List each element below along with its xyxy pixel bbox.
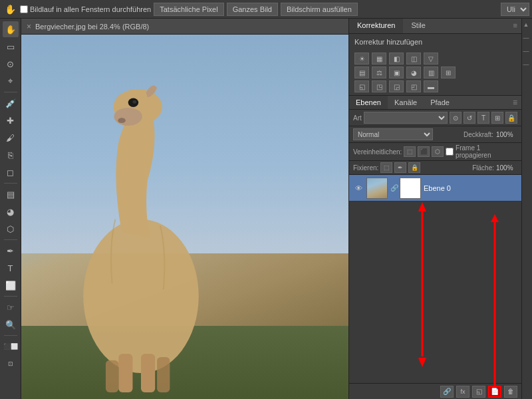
hue-icon[interactable]: ▤ bbox=[354, 66, 369, 78]
hand-tool-icon[interactable]: ✋ bbox=[3, 2, 17, 17]
eraser-tool[interactable]: ◻ bbox=[3, 164, 19, 180]
crop-tool[interactable]: ⌖ bbox=[3, 73, 19, 89]
layer-visibility-icon[interactable]: 👁 bbox=[353, 183, 364, 194]
quick-mask-tool[interactable]: ⊡ bbox=[3, 356, 19, 372]
lasso-tool[interactable]: ⊙ bbox=[3, 56, 19, 72]
fix-btn3[interactable]: 🔒 bbox=[408, 162, 420, 173]
exposure-icon[interactable]: ◫ bbox=[406, 53, 421, 65]
shape-tool[interactable]: ⬜ bbox=[3, 277, 19, 293]
tab-close-button[interactable]: × bbox=[27, 22, 31, 31]
fit-image-button[interactable]: Ganzes Bild bbox=[227, 3, 278, 16]
hand-nav-tool[interactable]: ☞ bbox=[3, 299, 19, 315]
layers-tab[interactable]: Ebenen bbox=[349, 96, 388, 109]
dodge-tool[interactable]: ⬡ bbox=[3, 221, 19, 237]
channel-mix-icon[interactable]: ▥ bbox=[424, 66, 438, 78]
right-mini-icons: ▲ — — — bbox=[521, 19, 532, 399]
combine-btn1[interactable]: ⬚ bbox=[404, 146, 416, 157]
combine-btn2[interactable]: ⬛ bbox=[418, 146, 430, 157]
combine-row: Vereinheitlichen: ⬚ ⬛ ⬡ Frame 1 propagie… bbox=[349, 143, 521, 161]
delete-layer-icon[interactable]: 🗑 bbox=[504, 386, 517, 398]
layer-filter-btn5[interactable]: 🔒 bbox=[505, 112, 517, 124]
canvas-tab: × Bergviecher.jpg bei 28.4% (RGB/8) bbox=[21, 19, 348, 35]
channels-tab[interactable]: Kanäle bbox=[388, 96, 424, 109]
frame-propagate-checkbox[interactable] bbox=[446, 148, 454, 156]
fix-btn2[interactable]: ✒ bbox=[394, 162, 406, 173]
heal-tool[interactable]: ✚ bbox=[3, 112, 19, 128]
canvas-content[interactable] bbox=[21, 35, 348, 399]
mask-icon[interactable]: ◱ bbox=[472, 386, 485, 398]
threshold-icon[interactable]: ◳ bbox=[372, 80, 386, 92]
layer-mask-thumbnail bbox=[400, 178, 421, 199]
layer-filter-select[interactable] bbox=[364, 112, 448, 124]
sync-windows-label: Bildlauf in allen Fenstern durchführen bbox=[30, 5, 151, 13]
text-tool[interactable]: T bbox=[3, 260, 19, 276]
corr-icon-row-3: ◱ ◳ ◲ ◰ ▬ bbox=[354, 80, 516, 92]
vibrance-icon[interactable]: ▽ bbox=[424, 53, 438, 65]
tool-divider-3 bbox=[4, 239, 17, 240]
layer-row[interactable]: 👁 🔗 Ebene 0 bbox=[349, 175, 521, 201]
tool-divider-2 bbox=[4, 183, 17, 184]
brightness-icon[interactable]: ☀ bbox=[354, 53, 369, 65]
svg-rect-7 bbox=[141, 354, 155, 393]
blend-mode-select[interactable]: Normal bbox=[353, 128, 433, 140]
layer-filter-btn4[interactable]: ⊞ bbox=[491, 112, 503, 124]
fix-row: Fixieren: ⬚ ✒ 🔒 Fläche: 100% bbox=[349, 161, 521, 175]
blur-tool[interactable]: ◕ bbox=[3, 203, 19, 219]
link-layers-icon[interactable]: 🔗 bbox=[440, 386, 454, 398]
pen-tool[interactable]: ✒ bbox=[3, 243, 19, 259]
svg-point-2 bbox=[114, 108, 142, 126]
layer-bottom-bar: 🔗 fx ◱ 📄 🗑 bbox=[349, 383, 521, 399]
layer-filter-btn3[interactable]: T bbox=[477, 112, 489, 124]
new-layer-icon[interactable]: 📄 bbox=[488, 386, 501, 398]
fill-screen-button[interactable]: Bildschirm ausfüllen bbox=[281, 3, 358, 16]
right-panel: Korrekturen Stile ≡ Korrektur hinzufügen… bbox=[348, 19, 521, 399]
selective-color-icon[interactable]: ◰ bbox=[406, 80, 421, 92]
clone-tool[interactable]: ⎘ bbox=[3, 147, 19, 163]
invert-icon[interactable]: ⊞ bbox=[441, 66, 456, 78]
eyedropper-tool[interactable]: 💉 bbox=[3, 95, 19, 111]
colorbalance-icon[interactable]: ⚖ bbox=[372, 66, 386, 78]
layer-filter-btn1[interactable]: ⊙ bbox=[450, 112, 462, 124]
user-dropdown[interactable]: Uli bbox=[501, 3, 529, 16]
solid-color-icon[interactable]: ▬ bbox=[424, 80, 438, 92]
layers-toolbar: Art ⊙ ↺ T ⊞ 🔒 bbox=[349, 110, 521, 126]
levels-icon[interactable]: ▦ bbox=[372, 53, 386, 65]
select-tool[interactable]: ▭ bbox=[3, 39, 19, 55]
brush-tool[interactable]: 🖌 bbox=[3, 130, 19, 146]
curves-icon[interactable]: ◧ bbox=[389, 53, 404, 65]
bw-icon[interactable]: ▣ bbox=[389, 66, 404, 78]
tool-divider-1 bbox=[4, 92, 17, 92]
fx-icon[interactable]: fx bbox=[456, 386, 469, 398]
area-value: 100% bbox=[496, 164, 517, 172]
poster-icon[interactable]: ◱ bbox=[354, 80, 369, 92]
corrections-panel: Korrekturen Stile ≡ Korrektur hinzufügen… bbox=[349, 19, 521, 96]
foreground-bg-colors[interactable]: ⬛⬜ bbox=[3, 338, 19, 354]
canvas-tab-title: Bergviecher.jpg bei 28.4% (RGB/8) bbox=[35, 23, 149, 31]
sync-windows-checkbox[interactable] bbox=[20, 5, 28, 13]
corrections-menu-icon[interactable]: ≡ bbox=[509, 19, 521, 33]
gradient-map-icon[interactable]: ◲ bbox=[389, 80, 404, 92]
fix-btn1[interactable]: ⬚ bbox=[380, 162, 392, 173]
filter-label: Art bbox=[353, 114, 362, 122]
styles-tab[interactable]: Stile bbox=[403, 19, 433, 33]
mini-icon-4[interactable]: — bbox=[523, 61, 531, 69]
opacity-value: 100% bbox=[496, 131, 517, 138]
left-tool-panel: ✋ ▭ ⊙ ⌖ 💉 ✚ 🖌 ⎘ ◻ ▤ ◕ ⬡ ✒ T ⬜ ☞ 🔍 ⬛⬜ ⊡ bbox=[0, 19, 21, 399]
combine-btn3[interactable]: ⬡ bbox=[432, 146, 444, 157]
mini-icon-1[interactable]: ▲ bbox=[523, 21, 531, 29]
zoom-tool[interactable]: 🔍 bbox=[3, 317, 19, 332]
layers-tab-menu-icon[interactable]: ≡ bbox=[509, 98, 521, 107]
frame-propagate-label: Frame 1 propagieren bbox=[456, 144, 517, 159]
actual-pixels-button[interactable]: Tatsächliche Pixel bbox=[154, 3, 223, 16]
photo-filter-icon[interactable]: ◕ bbox=[406, 66, 421, 78]
mini-icon-2[interactable]: — bbox=[523, 35, 531, 43]
corrections-header: Korrektur hinzufügen bbox=[349, 34, 521, 50]
hand-tool[interactable]: ✋ bbox=[3, 21, 19, 37]
mini-icon-3[interactable]: — bbox=[523, 48, 531, 56]
corrections-tab[interactable]: Korrekturen bbox=[349, 19, 403, 33]
area-label: Fläche: bbox=[472, 164, 494, 172]
layer-filter-btn2[interactable]: ↺ bbox=[464, 112, 475, 124]
svg-rect-6 bbox=[118, 354, 132, 393]
gradient-tool[interactable]: ▤ bbox=[3, 186, 19, 202]
paths-tab[interactable]: Pfade bbox=[424, 96, 456, 109]
